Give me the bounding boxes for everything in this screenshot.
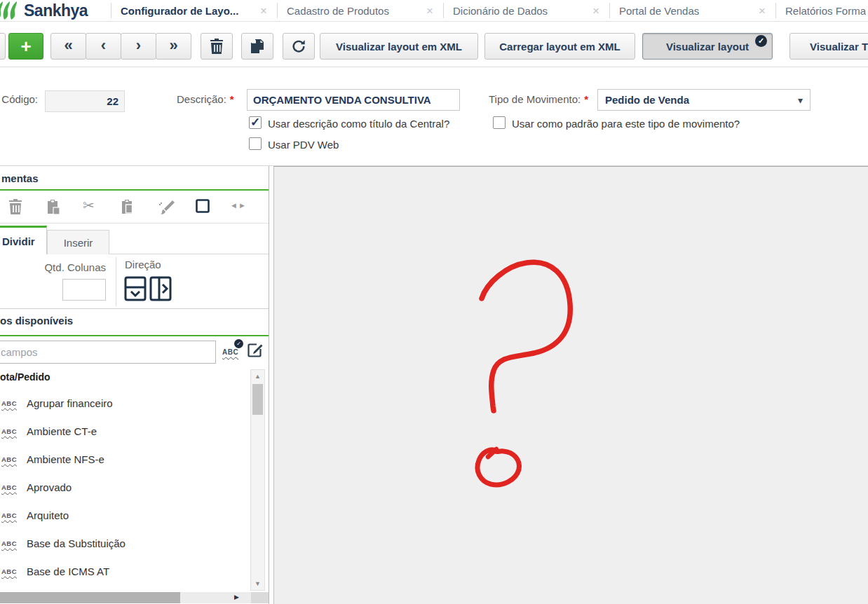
layout-design-canvas[interactable] xyxy=(273,166,868,604)
scrollbar-corner xyxy=(251,592,269,603)
spellcheck-toggle-button[interactable]: ABC ✓ xyxy=(222,345,238,357)
field-label: Arquiteto xyxy=(27,509,69,521)
abc-field-icon: ABC xyxy=(1,427,25,435)
visualizar-layout-xml-button[interactable]: Visualizar layout em XML xyxy=(320,33,478,60)
button-label: Visualizar TC xyxy=(810,41,868,53)
tab-dicionario-de-dados[interactable]: Dicionário de Dados × xyxy=(443,3,609,18)
codigo-field[interactable] xyxy=(45,90,125,112)
square-outline-icon xyxy=(195,198,210,214)
list-vertical-scrollbar[interactable]: ▲ ▼ xyxy=(250,369,265,591)
abc-field-icon: ABC xyxy=(1,540,25,547)
green-divider xyxy=(0,189,269,191)
list-item[interactable]: ABC Base de ICMS AT xyxy=(0,561,109,582)
format-painter-button[interactable] xyxy=(157,199,175,219)
usar-pdv-web-label: Usar PDV Web xyxy=(268,139,339,151)
clipboard-paste-icon xyxy=(119,199,136,216)
list-item[interactable]: ABC Ambiente CT-e xyxy=(0,420,97,441)
tab-dividir[interactable]: Dividir xyxy=(0,226,47,254)
tools-icon-row: ✂ ◄► xyxy=(0,191,269,224)
close-icon[interactable]: × xyxy=(759,5,766,17)
paste-element-button[interactable] xyxy=(119,199,136,219)
check-badge-icon: ✓ xyxy=(755,35,767,47)
abc-field-icon: ABC xyxy=(1,568,25,575)
scrollbar-thumb[interactable] xyxy=(252,384,263,415)
delete-button[interactable] xyxy=(201,33,233,60)
close-icon[interactable]: × xyxy=(592,5,599,17)
layout-config-form: Código: Descrição:* Tipo de Movimento:* … xyxy=(0,67,868,166)
add-record-button[interactable]: + xyxy=(8,33,43,60)
copy-element-button[interactable] xyxy=(45,199,62,219)
previous-icon: ‹ xyxy=(101,36,106,55)
usar-pdv-web-checkbox[interactable] xyxy=(249,137,262,150)
last-record-button[interactable]: » xyxy=(156,33,191,60)
qtd-colunas-input[interactable] xyxy=(62,279,106,301)
list-item[interactable]: ABC Base da Substituição xyxy=(0,533,126,554)
split-vertical-button[interactable] xyxy=(149,275,172,305)
abc-field-icon: ABC xyxy=(1,399,25,407)
usar-padrao-checkbox[interactable] xyxy=(493,116,506,129)
field-label: Ambiente CT-e xyxy=(27,425,97,437)
button-label: Carregar layout em XML xyxy=(499,41,621,53)
scroll-down-icon[interactable]: ▼ xyxy=(251,580,264,587)
abc-wavy-icon: ABC xyxy=(222,348,238,356)
list-item[interactable]: ABC Arquiteto xyxy=(0,505,69,526)
selected-option: Pedido de Venda xyxy=(605,94,689,106)
clipped-toolbar-button[interactable] xyxy=(0,33,6,60)
split-right-icon xyxy=(149,275,172,302)
list-item[interactable]: ABC Ambiente NFS-e xyxy=(0,448,104,469)
duplicate-button[interactable] xyxy=(241,33,273,60)
split-horizontal-button[interactable] xyxy=(123,275,147,305)
usar-descricao-checkbox[interactable]: ✓ xyxy=(249,116,262,129)
trash-icon xyxy=(210,39,224,54)
scroll-up-icon[interactable]: ▲ xyxy=(251,373,264,380)
sankhya-logo: Sankhya xyxy=(0,0,111,21)
tab-portal-de-vendas[interactable]: Portal de Vendas × xyxy=(609,3,775,18)
list-item[interactable]: ABC Agrupar financeiro xyxy=(0,392,113,413)
visualizar-layout-button[interactable]: Visualizar layout ✓ xyxy=(642,33,773,60)
edit-fields-button[interactable] xyxy=(246,341,264,362)
tab-configurador-de-layout[interactable]: Configurador de Layo... × xyxy=(111,3,277,18)
carregar-layout-xml-button[interactable]: Carregar layout em XML xyxy=(484,33,635,60)
close-icon[interactable]: × xyxy=(260,5,267,17)
last-icon: » xyxy=(169,36,177,55)
refresh-icon xyxy=(291,39,306,54)
direcao-label: Direção xyxy=(125,259,161,270)
first-icon: « xyxy=(64,36,72,55)
scrollbar-thumb[interactable] xyxy=(0,592,180,603)
scissors-icon: ✂ xyxy=(83,198,95,213)
tab-relatorios-formatados[interactable]: Relatórios Forma xyxy=(775,3,868,18)
brush-icon xyxy=(157,199,175,216)
search-fields-input[interactable] xyxy=(0,341,216,364)
descricao-field[interactable] xyxy=(247,89,460,111)
descricao-label: Descrição:* xyxy=(177,93,234,105)
usar-descricao-label: Usar descrição como título da Central? xyxy=(268,118,449,130)
plus-icon: + xyxy=(20,36,31,57)
border-style-button[interactable] xyxy=(195,198,210,217)
list-item[interactable]: ABC Aprovado xyxy=(0,476,72,497)
qtd-colunas-label: Qtd. Colunas xyxy=(0,261,106,273)
next-record-button[interactable]: › xyxy=(121,33,156,60)
required-asterisk: * xyxy=(230,93,234,105)
cut-element-button[interactable]: ✂ xyxy=(83,197,95,214)
required-asterisk: * xyxy=(584,93,588,105)
button-label: Visualizar layout em XML xyxy=(336,41,462,53)
split-down-icon xyxy=(123,275,147,302)
refresh-button[interactable] xyxy=(283,33,315,60)
delete-element-button[interactable] xyxy=(8,199,22,217)
scroll-right-icon[interactable]: ▶ xyxy=(234,593,239,600)
first-record-button[interactable]: « xyxy=(50,33,86,60)
panel-horizontal-scrollbar[interactable]: ▶ xyxy=(0,592,269,603)
tab-inserir[interactable]: Inserir xyxy=(47,230,109,254)
tab-label: Portal de Vendas xyxy=(619,5,699,17)
field-search-row: ABC ✓ xyxy=(0,339,269,367)
app-tab-bar: Sankhya Configurador de Layo... × Cadast… xyxy=(0,0,868,22)
tab-cadastro-de-produtos[interactable]: Cadastro de Produtos × xyxy=(277,3,443,18)
visualizar-tc-button[interactable]: Visualizar TC xyxy=(789,33,868,60)
close-icon[interactable]: × xyxy=(426,5,433,17)
previous-record-button[interactable]: ‹ xyxy=(86,33,121,60)
available-fields-list: ota/Pedido ABC Agrupar financeiro ABC Am… xyxy=(0,368,269,592)
tipo-movimento-select[interactable]: Pedido de Venda ▾ xyxy=(597,89,811,111)
tab-label: Configurador de Layo... xyxy=(121,5,238,17)
resize-element-button[interactable]: ◄► xyxy=(230,201,247,210)
copy-pages-icon xyxy=(250,39,265,54)
